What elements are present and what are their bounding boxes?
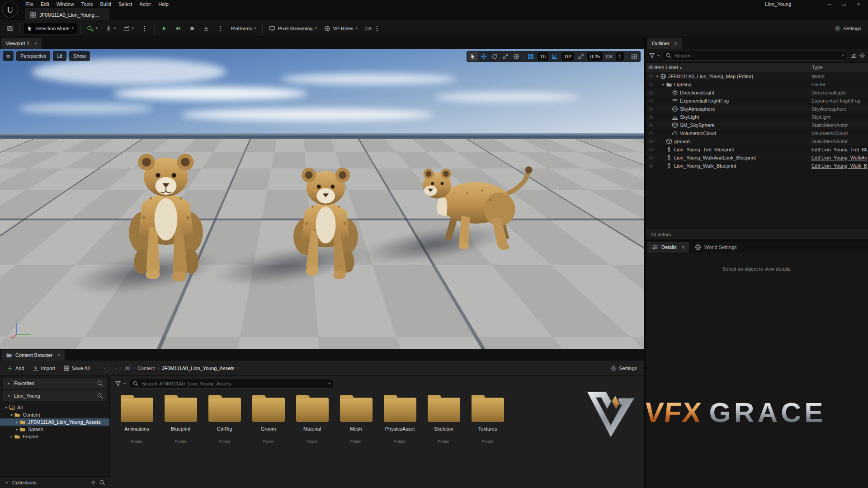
- rotation-snap-toggle[interactable]: [550, 52, 560, 61]
- outliner-row[interactable]: Lion_Young_Trot_BlueprintEdit Lion_Young…: [646, 145, 868, 154]
- outliner-row[interactable]: SM_SkySphereStaticMeshActor: [646, 121, 868, 129]
- visibility-eye-icon[interactable]: [648, 130, 654, 136]
- outliner-search-box[interactable]: ▾: [661, 51, 848, 61]
- filter-icon[interactable]: [115, 380, 121, 387]
- new-folder-icon[interactable]: [850, 52, 857, 59]
- selection-mode-dropdown[interactable]: Selection Mode ▾: [23, 23, 77, 34]
- folder-tile[interactable]: PhysicsAssetFolder: [378, 394, 422, 444]
- expander-icon[interactable]: ▾: [6, 394, 11, 398]
- expander-icon[interactable]: ▾: [9, 413, 14, 417]
- outliner-row[interactable]: VolumetricCloudVolumetricCloud: [646, 129, 868, 137]
- visibility-eye-icon[interactable]: [648, 138, 654, 145]
- outliner-row[interactable]: Lion_Young_WalkAndLook_BlueprintEdit Lio…: [646, 154, 868, 162]
- scale-tool-button[interactable]: [500, 52, 511, 61]
- folder-tile[interactable]: MeshFolder: [334, 394, 378, 444]
- collections-section[interactable]: ▸ Collections: [0, 476, 110, 488]
- blueprints-dropdown[interactable]: ▾: [102, 23, 119, 34]
- lion-cub-middle[interactable]: [279, 156, 372, 279]
- rotate-tool-button[interactable]: [490, 52, 500, 61]
- type-column[interactable]: Type: [809, 65, 868, 70]
- visibility-eye-icon[interactable]: [648, 98, 654, 104]
- stop-button[interactable]: [186, 23, 198, 34]
- outliner-row[interactable]: Lion_Young_Walk_BlueprintEdit Lion_Young…: [646, 162, 868, 170]
- eject-button[interactable]: [200, 23, 212, 34]
- rotation-snap-value[interactable]: 10°: [561, 52, 575, 61]
- grid-snap-value[interactable]: 10: [538, 52, 548, 61]
- perspective-dropdown[interactable]: Perspective: [16, 51, 50, 61]
- close-icon[interactable]: ×: [675, 41, 677, 46]
- play-options-button[interactable]: [214, 23, 226, 34]
- edit-blueprint-link[interactable]: Edit Lion_Young_Walk_B: [809, 163, 868, 169]
- viewport-options-button[interactable]: ≡: [3, 51, 14, 61]
- unreal-logo-icon[interactable]: U: [2, 1, 18, 18]
- level-tab[interactable]: JF0M111A0_Lion_Young…: [25, 9, 109, 20]
- expander-icon[interactable]: ▸: [14, 427, 19, 432]
- visibility-eye-icon[interactable]: [648, 155, 654, 161]
- filter-icon[interactable]: [649, 52, 655, 59]
- view-mode-dropdown[interactable]: Lit: [53, 51, 66, 61]
- favorites-section[interactable]: ▸ Favorites: [3, 378, 107, 389]
- visibility-eye-icon[interactable]: [648, 89, 654, 96]
- expander-icon[interactable]: ▾: [655, 74, 660, 79]
- outliner-row[interactable]: SkyAtmosphereSkyAtmosphere: [646, 105, 868, 113]
- expander-icon[interactable]: ▸: [6, 381, 11, 385]
- visibility-eye-icon[interactable]: [648, 106, 654, 112]
- visibility-eye-icon[interactable]: [648, 122, 654, 128]
- folder-tile[interactable]: SkeletonFolder: [422, 394, 466, 444]
- world-space-toggle[interactable]: [511, 52, 522, 61]
- asset-search-box[interactable]: ▾: [128, 379, 335, 389]
- menu-item-select[interactable]: Select: [115, 0, 136, 8]
- search-icon[interactable]: [97, 380, 103, 386]
- camera-speed-button[interactable]: [604, 52, 614, 61]
- add-button[interactable]: Add: [4, 362, 28, 374]
- add-collection-icon[interactable]: [90, 479, 96, 486]
- add-actor-button[interactable]: ▾: [84, 23, 101, 34]
- expander-icon[interactable]: ▸: [14, 420, 19, 424]
- chevron-down-icon[interactable]: ▾: [842, 54, 844, 57]
- lion-cub-left[interactable]: [117, 140, 215, 281]
- cinematics-dropdown[interactable]: ▾: [120, 23, 137, 34]
- scale-snap-toggle[interactable]: [576, 52, 586, 61]
- outliner-row[interactable]: ExponentialHeightFogExponentialHeightFog: [646, 97, 868, 105]
- tree-item[interactable]: ▸Engine: [0, 433, 109, 440]
- move-tool-button[interactable]: [479, 52, 489, 61]
- edit-blueprint-link[interactable]: Edit Lion_Young_Trot_Blu: [809, 147, 868, 152]
- chevron-down-icon[interactable]: ▾: [329, 382, 330, 385]
- outliner-search-input[interactable]: [675, 53, 840, 58]
- visibility-eye-icon[interactable]: [648, 73, 654, 80]
- visibility-eye-icon[interactable]: [648, 163, 654, 169]
- pixel-streaming-dropdown[interactable]: Pixel Streaming▾: [266, 23, 320, 34]
- camera-dropdown[interactable]: [362, 23, 383, 34]
- close-button[interactable]: ×: [852, 0, 865, 8]
- select-tool-button[interactable]: [468, 52, 478, 61]
- content-browser-tab[interactable]: Content Browser ×: [1, 350, 65, 361]
- tree-item[interactable]: ▾All: [0, 404, 109, 411]
- show-dropdown[interactable]: Show: [69, 51, 90, 61]
- save-all-button[interactable]: Save All: [60, 362, 93, 374]
- visibility-eye-icon[interactable]: [648, 114, 654, 120]
- frame-skip-button[interactable]: [172, 23, 184, 34]
- outliner-row[interactable]: ▾LightingFolder: [646, 80, 868, 89]
- camera-speed-value[interactable]: 1: [616, 52, 624, 61]
- tree-item[interactable]: ▾Content: [0, 411, 109, 418]
- editor-settings-button[interactable]: Settings: [831, 23, 864, 34]
- world-settings-tab[interactable]: World Settings: [690, 242, 741, 253]
- close-icon[interactable]: ×: [682, 244, 684, 250]
- minimize-button[interactable]: ─: [823, 0, 836, 8]
- folder-tile[interactable]: CtrlRigFolder: [203, 394, 246, 444]
- menu-item-actor[interactable]: Actor: [136, 0, 155, 8]
- chevron-down-icon[interactable]: ▾: [657, 54, 659, 57]
- viewport-tab[interactable]: Viewport 1 ×: [1, 38, 42, 49]
- breadcrumb-item[interactable]: All: [125, 366, 131, 371]
- outliner-row[interactable]: groundStaticMeshActor: [646, 137, 868, 145]
- visibility-eye-icon[interactable]: [648, 146, 654, 153]
- menu-item-build[interactable]: Build: [97, 0, 115, 8]
- scale-snap-value[interactable]: 0.25: [587, 52, 602, 61]
- breadcrumb-item[interactable]: Content: [137, 366, 155, 371]
- chevron-down-icon[interactable]: ▾: [124, 382, 126, 385]
- close-icon[interactable]: ×: [57, 352, 60, 358]
- grid-snap-toggle[interactable]: [526, 52, 536, 61]
- expander-icon[interactable]: ▸: [5, 480, 9, 484]
- tree-item[interactable]: ▸JF0M111A0_Lion_Young_Assets: [0, 418, 109, 426]
- edit-blueprint-link[interactable]: Edit Lion_Young_WalkAn: [809, 155, 868, 160]
